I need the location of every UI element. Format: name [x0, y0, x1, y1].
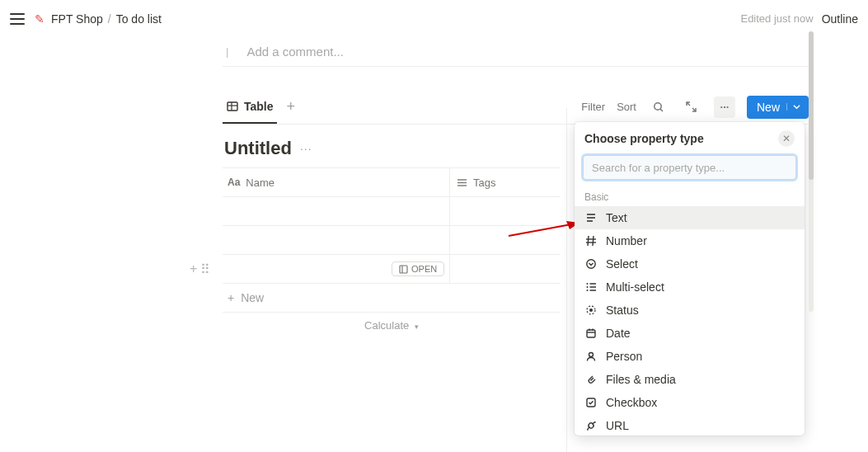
property-type-list: TextNumberSelectMulti-selectStatusDatePe… [575, 206, 805, 436]
property-type-select[interactable]: Select [575, 252, 805, 275]
expand-icon[interactable] [681, 97, 702, 118]
property-search-input[interactable] [583, 155, 796, 180]
drag-handle-icon[interactable]: ⠿ [200, 261, 210, 277]
topbar: ✎ FPT Shop / To do list Edited just now … [0, 0, 868, 37]
property-label: Person [606, 350, 642, 363]
svg-point-22 [587, 260, 595, 268]
text-type-icon: Aa [228, 177, 240, 188]
svg-point-23 [587, 283, 589, 285]
svg-line-19 [593, 236, 594, 246]
table-icon [226, 100, 239, 113]
files-icon [584, 374, 598, 385]
database-tabs: Table + Filter Sort ··· New [223, 90, 809, 125]
svg-rect-31 [587, 330, 595, 337]
add-view-button[interactable]: + [287, 98, 296, 115]
property-label: Checkbox [606, 396, 657, 409]
svg-line-4 [660, 109, 663, 111]
property-type-url[interactable]: URL [575, 414, 805, 436]
chevron-down-icon: ▾ [415, 323, 419, 331]
column-tags[interactable]: Tags [449, 168, 561, 196]
svg-point-35 [589, 353, 594, 357]
section-basic: Basic [575, 188, 805, 206]
table-row[interactable]: + ⠿ OPEN [223, 255, 561, 284]
svg-rect-11 [400, 266, 407, 273]
comment-placeholder: Add a comment... [246, 45, 344, 59]
text-icon [584, 212, 598, 224]
tab-label: Table [244, 100, 274, 113]
new-row-label: New [241, 291, 264, 304]
property-label: Number [606, 234, 647, 247]
svg-point-24 [587, 286, 589, 288]
calculate-button[interactable]: Calculate ▾ [223, 313, 561, 338]
property-type-files[interactable]: Files & media [575, 368, 805, 391]
table-row[interactable] [223, 226, 561, 255]
sort-button[interactable]: Sort [617, 101, 636, 113]
new-button[interactable]: New [747, 96, 809, 119]
menu-icon[interactable] [10, 13, 25, 25]
property-type-date[interactable]: Date [575, 322, 805, 345]
property-label: URL [606, 419, 629, 432]
checkbox-icon [584, 397, 598, 408]
chevron-down-icon[interactable] [786, 103, 800, 111]
outline-button[interactable]: Outline [822, 12, 858, 26]
number-icon [584, 235, 598, 247]
page-icon: ✎ [35, 12, 45, 26]
person-icon [584, 351, 598, 362]
new-row-button[interactable]: + New [223, 284, 561, 313]
svg-rect-0 [228, 102, 237, 111]
svg-point-30 [589, 308, 593, 312]
breadcrumb-page[interactable]: To do list [116, 12, 162, 26]
property-type-checkbox[interactable]: Checkbox [575, 391, 805, 414]
close-icon[interactable]: ✕ [778, 130, 795, 147]
property-label: Files & media [606, 373, 676, 386]
url-icon [584, 420, 598, 431]
search-icon[interactable] [648, 97, 669, 118]
date-icon [584, 327, 598, 339]
property-label: Multi-select [606, 280, 664, 294]
property-type-status[interactable]: Status [575, 299, 805, 322]
row-handles[interactable]: + ⠿ [190, 261, 210, 277]
database-table: Aa Name Tags + ⠿ OPEN [223, 167, 561, 338]
new-button-label: New [757, 101, 780, 114]
column-name[interactable]: Aa Name [223, 177, 449, 189]
svg-line-18 [588, 236, 589, 246]
svg-point-25 [587, 290, 589, 291]
open-row-button[interactable]: OPEN [392, 261, 444, 276]
add-icon[interactable]: + [190, 261, 197, 277]
database-title[interactable]: Untitled [224, 138, 292, 159]
column-name-label: Name [246, 177, 274, 189]
property-type-number[interactable]: Number [575, 229, 805, 252]
multiselect-icon [584, 281, 598, 293]
multiselect-icon [457, 177, 467, 188]
property-label: Select [606, 257, 638, 271]
tab-table[interactable]: Table [223, 90, 277, 124]
edited-status: Edited just now [740, 12, 813, 25]
divider [566, 108, 567, 452]
property-type-popover: Choose property type ✕ Basic TextNumberS… [575, 122, 805, 436]
open-label: OPEN [411, 264, 437, 274]
tabs-actions: Filter Sort ··· New [581, 96, 809, 119]
property-label: Date [606, 327, 631, 340]
plus-icon: + [228, 291, 234, 304]
status-icon [584, 304, 598, 316]
caret-icon: | [226, 45, 228, 58]
svg-point-3 [655, 102, 661, 109]
property-label: Status [606, 304, 639, 317]
breadcrumb-separator: / [108, 12, 111, 26]
table-row[interactable] [223, 197, 561, 226]
property-type-multiselect[interactable]: Multi-select [575, 275, 805, 299]
comment-row[interactable]: | Add a comment... [223, 37, 809, 67]
filter-button[interactable]: Filter [581, 101, 605, 113]
column-tags-label: Tags [473, 177, 495, 189]
more-icon[interactable]: ··· [714, 97, 735, 118]
table-header: Aa Name Tags [223, 168, 561, 197]
database-options-icon[interactable]: ··· [300, 142, 312, 155]
property-type-text[interactable]: Text [575, 206, 805, 229]
popover-title: Choose property type [584, 132, 704, 145]
select-icon [584, 258, 598, 270]
scrollbar-thumb[interactable] [809, 31, 814, 180]
breadcrumb-workspace[interactable]: FPT Shop [51, 12, 103, 26]
breadcrumb: ✎ FPT Shop / To do list [35, 12, 162, 26]
property-label: Text [606, 211, 627, 224]
property-type-person[interactable]: Person [575, 345, 805, 368]
